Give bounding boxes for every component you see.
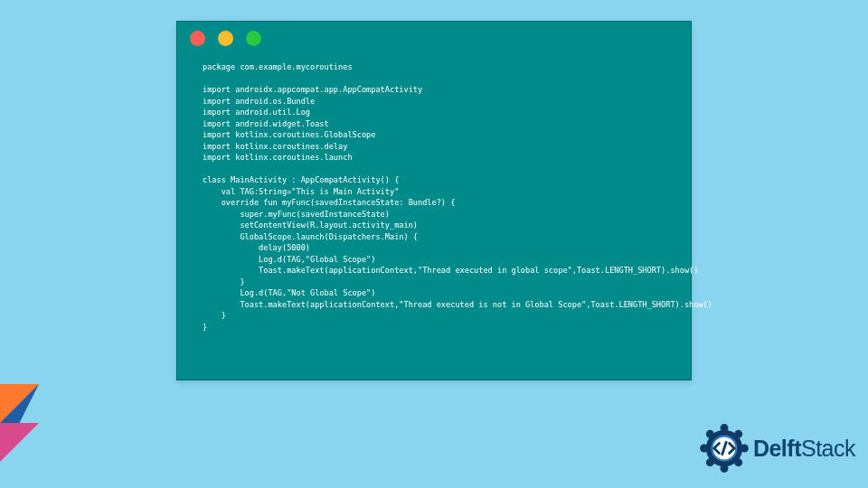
kotlin-logo-icon bbox=[0, 380, 86, 470]
brand-name: DelftStack bbox=[753, 436, 855, 462]
gear-brackets-icon bbox=[699, 423, 750, 474]
brand-name-part1: Delft bbox=[753, 436, 801, 461]
brand-name-part2: Stack bbox=[801, 436, 855, 461]
code-block: package com.example.mycoroutines import … bbox=[177, 54, 691, 345]
window-title-bar bbox=[177, 22, 691, 54]
delftstack-logo: DelftStack bbox=[699, 423, 855, 474]
maximize-icon[interactable] bbox=[246, 31, 261, 46]
code-window: package com.example.mycoroutines import … bbox=[176, 21, 692, 380]
minimize-icon[interactable] bbox=[218, 31, 233, 46]
close-icon[interactable] bbox=[190, 31, 205, 46]
